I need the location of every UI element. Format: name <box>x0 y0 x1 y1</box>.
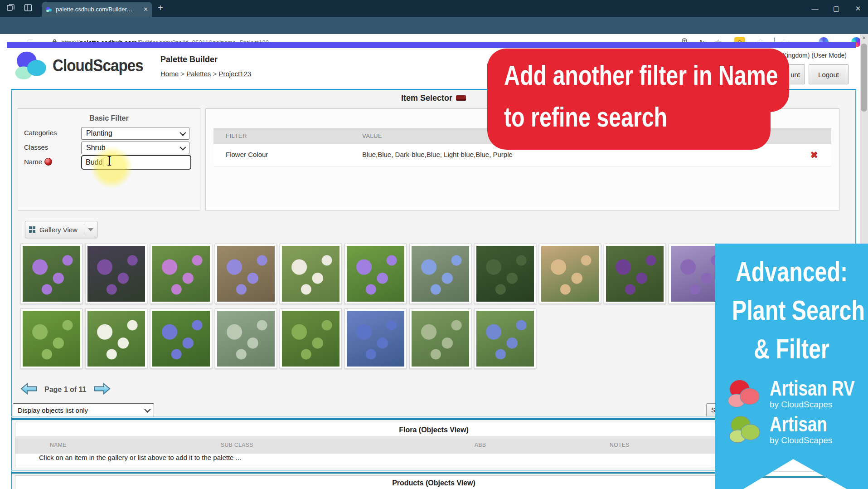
tab-close-icon[interactable]: ✕ <box>143 6 148 13</box>
plant-photo <box>87 246 145 302</box>
plant-photo <box>217 311 275 367</box>
plant-photo <box>23 246 80 302</box>
vertical-tabs-icon[interactable] <box>24 3 34 14</box>
plant-photo <box>412 311 469 367</box>
banner-notch <box>715 457 868 489</box>
chevron-down-icon <box>179 144 186 151</box>
artisan-rv-name: Artisan RV <box>770 378 854 399</box>
artisan-rv-logo: Artisan RV by CloudScapes <box>723 378 868 410</box>
window-maximize-button[interactable]: ▢ <box>829 4 843 14</box>
browser-toolbar: ← https://palette.csdhub.com/Builder.asp… <box>0 17 868 34</box>
plant-photo <box>87 311 145 367</box>
gallery-thumbnail[interactable] <box>215 244 277 304</box>
new-tab-button[interactable]: + <box>158 3 163 13</box>
gallery-thumbnail[interactable] <box>604 244 666 304</box>
gallery-thumbnail[interactable] <box>280 308 342 369</box>
artisan-name: Artisan <box>770 414 827 435</box>
plant-photo <box>23 311 80 367</box>
gallery-thumbnail[interactable] <box>85 308 147 369</box>
value-column-header: VALUE <box>362 132 382 139</box>
classes-label: Classes <box>24 143 48 151</box>
tab-title: palette.csdhub.com/Builder.aspx <box>56 6 133 13</box>
plant-photo <box>282 246 339 302</box>
plant-photo <box>347 311 404 367</box>
prev-page-button[interactable] <box>20 382 38 397</box>
browser-tab-strip: palette.csdhub.com/Builder.aspx ✕ + — ▢ … <box>0 0 868 17</box>
page-title: Palette Builder <box>160 55 218 64</box>
brand-name: CloudScapes <box>53 56 143 75</box>
display-mode-select[interactable]: Display objects list only <box>13 403 154 417</box>
ibeam-cursor: I <box>107 154 112 168</box>
gallery-thumbnail[interactable] <box>539 244 601 304</box>
chevron-down-icon <box>144 406 150 413</box>
gallery-thumbnail[interactable] <box>344 244 407 304</box>
plant-photo <box>541 246 599 302</box>
grid-view-icon <box>29 226 36 233</box>
artisan-byline: by CloudScapes <box>770 435 841 445</box>
gallery-thumbnail[interactable] <box>20 308 82 369</box>
gallery-thumbnail[interactable] <box>409 308 471 369</box>
plant-photo <box>282 311 339 367</box>
scrollbar-up-arrow[interactable]: ▲ <box>860 35 868 39</box>
filter-name: Flower Colour <box>226 151 268 158</box>
site-favicon <box>45 6 53 13</box>
flora-col-subclass: SUB CLASS <box>221 442 253 448</box>
flora-empty-message: Click on an item in the gallery or list … <box>39 454 241 461</box>
dropdown-caret-icon[interactable] <box>88 228 93 231</box>
tab-actions-icon[interactable] <box>6 3 17 14</box>
gallery-row-2 <box>20 308 536 369</box>
filter-column-header: FILTER <box>226 132 247 139</box>
plant-photo <box>412 246 469 302</box>
browser-tab[interactable]: palette.csdhub.com/Builder.aspx ✕ <box>42 2 152 17</box>
page-indicator: Page 1 of 11 <box>44 386 87 394</box>
item-selector-flag-icon <box>456 95 466 101</box>
gallery-thumbnail[interactable] <box>215 308 277 369</box>
gallery-thumbnail[interactable] <box>409 244 471 304</box>
gallery-thumbnail[interactable] <box>150 244 212 304</box>
breadcrumb-palettes-link[interactable]: Palettes <box>186 70 211 78</box>
plant-photo <box>152 311 210 367</box>
window-minimize-button[interactable]: — <box>808 4 822 14</box>
gallery-thumbnail[interactable] <box>344 308 407 369</box>
plant-photo <box>606 246 664 302</box>
gallery-row-1 <box>20 244 731 304</box>
plant-photo <box>152 246 210 302</box>
plant-photo <box>347 246 404 302</box>
artisan-rv-byline: by CloudScapes <box>770 400 868 410</box>
artisan-logo: Artisan by CloudScapes <box>725 414 841 445</box>
artisan-rv-cloud-icon <box>723 378 765 409</box>
categories-label: Categories <box>24 129 57 137</box>
flora-col-abb: ABB <box>475 442 486 448</box>
breadcrumb-home-link[interactable]: Home <box>160 70 179 78</box>
gallery-thumbnail[interactable] <box>474 308 536 369</box>
breadcrumb: Home > Palettes > Project123 <box>160 70 251 78</box>
flora-col-notes: NOTES <box>610 442 630 448</box>
gallery-thumbnail[interactable] <box>20 244 82 304</box>
banner-title: Advanced: Plant Search & Filter <box>715 252 868 368</box>
basic-filter-title: Basic Filter <box>18 114 200 122</box>
gallery-thumbnail[interactable] <box>150 308 212 369</box>
name-label: Name <box>24 158 52 166</box>
next-page-button[interactable] <box>93 382 111 397</box>
screen: palette.csdhub.com/Builder.aspx ✕ + — ▢ … <box>0 0 868 489</box>
cloudscapes-logo <box>12 50 50 83</box>
gallery-thumbnail[interactable] <box>280 244 342 304</box>
window-close-button[interactable]: ✕ <box>851 4 865 14</box>
chevron-down-icon <box>179 130 186 136</box>
filter-value: Blue,Blue, Dark-blue,Blue, Light-blue,Bl… <box>362 151 513 158</box>
name-required-icon <box>44 158 52 166</box>
gallery-view-button[interactable]: Gallery View <box>25 221 97 238</box>
gallery-thumbnail[interactable] <box>474 244 536 304</box>
plant-photo <box>217 246 275 302</box>
gallery-pagination: Page 1 of 11 <box>20 382 111 397</box>
accent-bar <box>7 42 856 48</box>
delete-filter-icon[interactable]: ✖ <box>810 149 818 160</box>
plant-photo <box>476 311 534 367</box>
callout-text: Add another filter in Name to refine sea… <box>504 54 868 138</box>
categories-select[interactable]: Planting <box>81 127 189 140</box>
plant-photo <box>476 246 534 302</box>
artisan-cloud-icon <box>725 415 765 445</box>
breadcrumb-project-link[interactable]: Project123 <box>218 70 251 78</box>
gallery-thumbnail[interactable] <box>85 244 147 304</box>
flora-col-name: NAME <box>50 442 67 448</box>
